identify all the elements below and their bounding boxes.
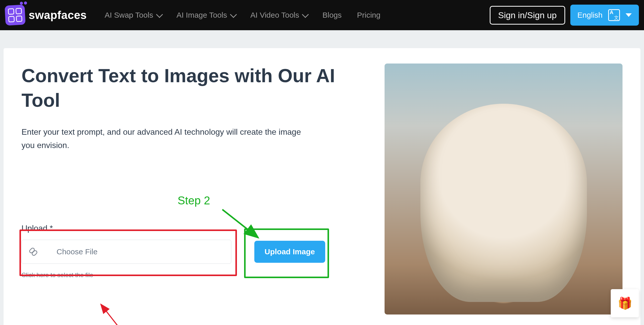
brand-name: swapfaces xyxy=(29,9,87,22)
file-picker[interactable]: Choose File xyxy=(21,240,231,264)
hero-image xyxy=(385,64,623,314)
navbar: swapfaces AI Swap Tools AI Image Tools A… xyxy=(0,0,644,30)
nav-menu: AI Swap Tools AI Image Tools AI Video To… xyxy=(105,11,380,19)
nav-item-label: AI Video Tools xyxy=(250,11,299,19)
brand-logo[interactable]: swapfaces xyxy=(5,5,87,25)
nav-item-label: AI Image Tools xyxy=(177,11,227,19)
chevron-down-icon xyxy=(302,11,309,18)
gift-widget[interactable]: 🎁 xyxy=(611,289,639,317)
signin-button[interactable]: Sign in/Sign up xyxy=(490,6,565,25)
upload-image-button[interactable]: Upload Image xyxy=(254,241,325,263)
nav-ai-swap-tools[interactable]: AI Swap Tools xyxy=(105,11,161,19)
svg-line-1 xyxy=(101,304,129,325)
nav-ai-video-tools[interactable]: AI Video Tools xyxy=(250,11,307,19)
nav-item-label: AI Swap Tools xyxy=(105,11,153,19)
page-subtitle: Enter your text prompt, and our advanced… xyxy=(21,125,303,152)
main-card: Convert Text to Images with Our AI Tool … xyxy=(4,48,640,325)
brand-logo-icon xyxy=(5,5,26,26)
annotation-step2-label: Step 2 xyxy=(178,194,210,207)
nav-item-label: Pricing xyxy=(357,11,380,19)
nav-blogs[interactable]: Blogs xyxy=(322,11,342,19)
chevron-down-icon xyxy=(156,11,163,18)
right-column xyxy=(385,64,640,314)
link-icon xyxy=(29,247,38,256)
annotation-step1-arrow xyxy=(96,299,147,325)
language-selector[interactable]: English xyxy=(570,5,639,26)
nav-item-label: Blogs xyxy=(322,11,342,19)
chevron-down-icon xyxy=(230,11,237,18)
translate-icon xyxy=(608,9,620,21)
nav-right: Sign in/Sign up English xyxy=(490,5,639,26)
nav-pricing[interactable]: Pricing xyxy=(357,11,380,19)
page-title: Convert Text to Images with Our AI Tool xyxy=(21,64,349,113)
upload-helper: Click here to select the file xyxy=(21,271,349,279)
left-column: Convert Text to Images with Our AI Tool … xyxy=(4,64,367,314)
chevron-down-icon xyxy=(626,13,632,17)
upload-row: Choose File Upload Image xyxy=(21,240,349,264)
upload-label: Upload * xyxy=(21,224,349,233)
language-label: English xyxy=(577,11,603,19)
gift-icon: 🎁 xyxy=(618,296,632,310)
file-picker-label: Choose File xyxy=(57,247,97,256)
nav-ai-image-tools[interactable]: AI Image Tools xyxy=(177,11,235,19)
